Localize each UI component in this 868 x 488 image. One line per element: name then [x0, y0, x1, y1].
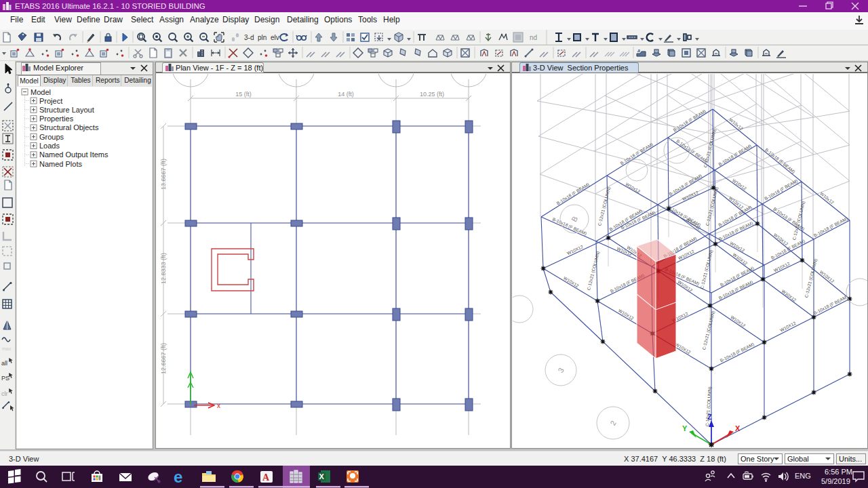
- svg-text:C-12x21 (COLUMN): C-12x21 (COLUMN): [597, 186, 612, 226]
- svg-text:all: all: [1, 360, 7, 367]
- svg-text:14 (ft): 14 (ft): [338, 91, 354, 98]
- svg-text:Loads: Loads: [39, 142, 60, 150]
- svg-text:B-10x18 (F BEAM): B-10x18 (F BEAM): [813, 216, 849, 239]
- svg-text:10.25 (ft): 10.25 (ft): [420, 91, 444, 98]
- svg-text:B-10x18 (F BEAM): B-10x18 (F BEAM): [717, 144, 753, 167]
- svg-text:C-12x21 (COLUMN): C-12x21 (COLUMN): [703, 128, 717, 168]
- svg-text:Z: Z: [707, 413, 712, 421]
- svg-text:Groups: Groups: [39, 133, 64, 141]
- svg-text:Named Plots: Named Plots: [39, 160, 82, 168]
- svg-text:Structural Objects: Structural Objects: [39, 123, 99, 131]
- svg-text:pln: pln: [258, 34, 267, 41]
- svg-text:Y: Y: [682, 424, 688, 432]
- svg-text:W10x12: W10x12: [732, 178, 748, 191]
- svg-text:B-10x18 (F BEAM): B-10x18 (F BEAM): [764, 178, 799, 202]
- svg-text:Named Output Items: Named Output Items: [39, 150, 108, 159]
- svg-text:C-12x21 (COLUMN): C-12x21 (COLUMN): [699, 249, 714, 289]
- svg-text:W10X12: W10X12: [773, 232, 789, 246]
- svg-text:2: 2: [608, 419, 617, 426]
- svg-text:Properties: Properties: [39, 115, 74, 123]
- svg-text:Project: Project: [39, 97, 62, 105]
- svg-text:W10X12: W10X12: [732, 252, 748, 266]
- svg-text:nd: nd: [530, 34, 537, 41]
- svg-text:B-10x18 (F BEAM): B-10x18 (F BEAM): [555, 182, 590, 206]
- svg-text:3: 3: [556, 366, 565, 373]
- svg-text:Model: Model: [31, 88, 51, 96]
- svg-text:B-10x18 (F BEAM): B-10x18 (F BEAM): [719, 342, 755, 363]
- svg-text:Structure Layout: Structure Layout: [39, 106, 94, 114]
- svg-text:W10X12: W10X12: [819, 269, 835, 283]
- svg-text:B-10x18 (F BEAM): B-10x18 (F BEAM): [675, 138, 709, 164]
- svg-text:B: B: [570, 215, 579, 223]
- svg-text:x: x: [217, 402, 220, 409]
- svg-text:X: X: [735, 424, 741, 432]
- svg-text:W10X12: W10X12: [779, 321, 797, 333]
- svg-text:W10X12: W10X12: [566, 244, 584, 256]
- svg-text:C-12x21 (COLUMN): C-12x21 (COLUMN): [705, 186, 719, 226]
- svg-text:C-12x21 (COLUMN): C-12x21 (COLUMN): [586, 251, 601, 291]
- svg-text:C-12x21 (COLUMN): C-12x21 (COLUMN): [804, 258, 818, 298]
- svg-text:W10X12: W10X12: [730, 314, 747, 328]
- svg-text:PS: PS: [1, 375, 9, 382]
- svg-text:12.8333 (ft): 12.8333 (ft): [160, 253, 167, 284]
- svg-text:13.6667 (ft): 13.6667 (ft): [160, 159, 167, 190]
- svg-text:W10X12: W10X12: [781, 289, 797, 303]
- svg-text:15 (ft): 15 (ft): [235, 91, 252, 98]
- svg-text:elv: elv: [271, 34, 279, 41]
- svg-text:max: max: [2, 346, 12, 351]
- svg-text:W10x12: W10x12: [625, 182, 641, 194]
- svg-text:12.6667 (ft): 12.6667 (ft): [160, 343, 167, 374]
- svg-text:3-d: 3-d: [244, 34, 254, 41]
- svg-text:B-10x18 (F BEAM): B-10x18 (F BEAM): [813, 294, 849, 316]
- svg-text:C-12x21 (COLUMN): C-12x21 (COLUMN): [701, 310, 716, 350]
- svg-text:clr: clr: [1, 390, 8, 397]
